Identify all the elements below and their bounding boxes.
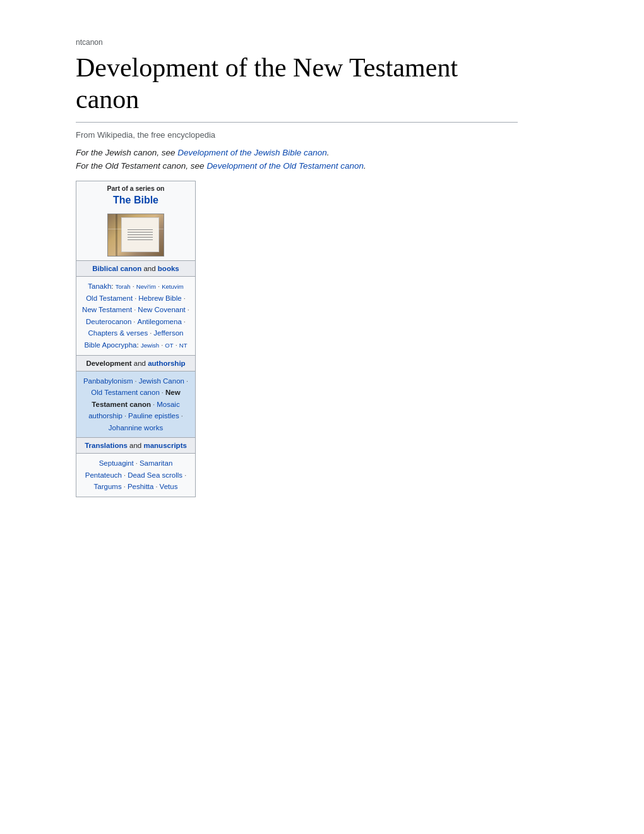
page-title: Development of the New Testament canon [76, 52, 518, 123]
bible-image [107, 214, 164, 257]
biblical-canon-heading: Biblical canon [92, 265, 143, 272]
hatnote-1-link[interactable]: Development of the Jewish Bible canon [177, 148, 326, 157]
antilegomena-link[interactable]: Antilegomena [137, 318, 181, 325]
section-translations-header: Translations and manuscripts [76, 437, 195, 453]
tanakh-link[interactable]: Tanakh [88, 282, 111, 290]
ketuvim-link[interactable]: Ketuvim [162, 283, 184, 290]
hatnotes: For the Jewish canon, see Development of… [76, 146, 593, 173]
infobox: Part of a series on The Bible Biblical c… [76, 181, 196, 497]
jewish-canon-link[interactable]: Jewish Canon [139, 377, 184, 385]
manuscripts-link[interactable]: manuscripts [143, 442, 186, 449]
hatnote-2: For the Old Testament canon, see Develop… [76, 159, 593, 173]
peshitta-link[interactable]: Peshitta [128, 483, 154, 490]
old-testament-link[interactable]: Old Testament [86, 294, 133, 302]
hatnote-1-text: For the Jewish canon, see [76, 148, 177, 157]
section-biblical-canon-content: Tanakh: Torah · Nevi'im · Ketuvim Old Te… [76, 276, 195, 355]
apocrypha-jewish-link[interactable]: Jewish [141, 342, 159, 349]
new-testament-link[interactable]: New Testament [82, 306, 132, 313]
authorship-link-wrap: authorship [148, 360, 185, 367]
development-and: and [134, 360, 148, 367]
ot-canon-link[interactable]: Old Testament canon [91, 389, 159, 396]
section-development-header: Development and authorship [76, 355, 195, 371]
breadcrumb: ntcanon [76, 38, 593, 47]
vetus-link[interactable]: Vetus [160, 483, 178, 490]
targums-link[interactable]: Targums [94, 483, 122, 490]
apocrypha-ot-link[interactable]: OT [165, 342, 173, 349]
panbabylonism-link[interactable]: Panbabylonism [83, 377, 133, 385]
apocrypha-link[interactable]: Apocrypha [102, 341, 137, 349]
deuterocanon-link[interactable]: Deuterocanon [86, 318, 131, 325]
new-covenant-link[interactable]: New Covenant [138, 306, 185, 313]
bible-pages [121, 217, 159, 252]
books-link[interactable]: books [158, 265, 179, 272]
authorship-link[interactable]: authorship [148, 360, 185, 367]
hebrew-bible-link[interactable]: Hebrew Bible [138, 294, 181, 302]
pauline-epistles-link[interactable]: Pauline epistles [128, 412, 179, 420]
translations-heading: Translations [85, 442, 129, 449]
dead-sea-scrolls-link[interactable]: Dead Sea scrolls [128, 471, 182, 479]
manuscripts-link-wrap: manuscripts [143, 442, 186, 449]
section-development-content: Panbabylonism · Jewish Canon · Old Testa… [76, 371, 195, 438]
hatnote-2-text: For the Old Testament canon, see [76, 161, 206, 171]
hatnote-1: For the Jewish canon, see Development of… [76, 146, 593, 160]
infobox-image-cell [76, 210, 195, 260]
hatnote-2-link[interactable]: Development of the Old Testament canon [206, 161, 364, 171]
apocrypha-nt-link[interactable]: NT [179, 342, 188, 349]
books-link-wrap: books [158, 265, 179, 272]
johannine-works-link[interactable]: Johannine works [109, 424, 163, 432]
infobox-series-label: Part of a series on [76, 181, 195, 193]
chapters-verses-link[interactable]: Chapters & verses [88, 329, 148, 337]
translations-and: and [129, 442, 143, 449]
section-biblical-canon-header: Biblical canon and books [76, 260, 195, 276]
infobox-title-link[interactable]: The Bible [113, 195, 158, 205]
development-heading: Development [86, 360, 131, 367]
translations-link[interactable]: Translations [85, 442, 128, 449]
infobox-title: The Bible [76, 193, 195, 210]
wiki-source: From Wikipedia, the free encyclopedia [76, 130, 593, 140]
torah-link[interactable]: Torah [116, 283, 131, 290]
section-translations-content: Septuagint · Samaritan Pentateuch · Dead… [76, 453, 195, 497]
neviim-link[interactable]: Nevi'im [136, 283, 156, 290]
biblical-canon-link[interactable]: Biblical canon [92, 265, 141, 272]
septuagint-link[interactable]: Septuagint [99, 459, 134, 467]
biblical-canon-and: and [143, 265, 157, 272]
